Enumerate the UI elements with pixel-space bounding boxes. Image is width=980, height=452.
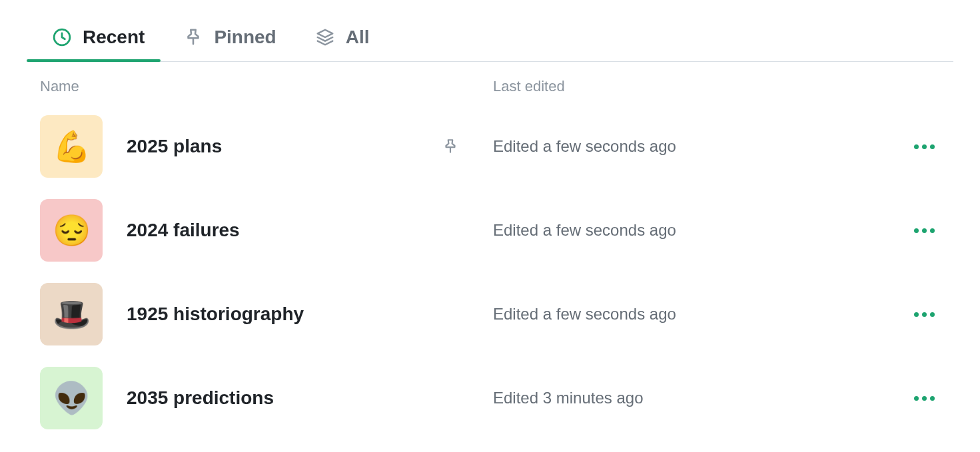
column-headers: Name Last edited <box>27 78 953 101</box>
item-edited: Edited a few seconds ago <box>493 305 909 324</box>
more-icon <box>914 396 919 401</box>
more-menu-button[interactable] <box>909 391 940 406</box>
column-last-edited: Last edited <box>493 78 953 95</box>
item-edited: Edited a few seconds ago <box>493 221 909 240</box>
list-item-name-wrap: 👽 2035 predictions <box>40 367 493 429</box>
item-title: 2035 predictions <box>127 387 274 409</box>
list-item[interactable]: 🎩 1925 historiography Edited a few secon… <box>27 272 953 356</box>
item-thumbnail: 😔 <box>40 199 103 262</box>
tab-label: All <box>346 27 370 48</box>
item-edited: Edited a few seconds ago <box>493 137 909 156</box>
stack-icon <box>315 27 335 47</box>
tab-pinned[interactable]: Pinned <box>181 20 278 61</box>
list-item-name-wrap: 😔 2024 failures <box>40 199 493 262</box>
pin-icon <box>442 138 459 155</box>
list-item[interactable]: 👽 2035 predictions Edited 3 minutes ago <box>27 356 953 440</box>
item-title: 2024 failures <box>127 220 240 241</box>
tabs-bar: Recent Pinned All <box>27 20 953 62</box>
tab-all[interactable]: All <box>312 20 372 61</box>
list-item[interactable]: 💪 2025 plans Edited a few seconds ago <box>27 105 953 188</box>
list-item-name-wrap: 💪 2025 plans <box>40 115 493 178</box>
item-title: 1925 historiography <box>127 304 304 325</box>
item-thumbnail: 👽 <box>40 367 103 429</box>
clock-icon <box>52 27 72 47</box>
more-icon <box>914 228 919 233</box>
more-icon <box>914 312 919 317</box>
item-title: 2025 plans <box>127 136 222 157</box>
tab-recent[interactable]: Recent <box>49 20 147 61</box>
pin-button[interactable] <box>441 138 460 155</box>
item-thumbnail: 🎩 <box>40 283 103 345</box>
tab-label: Pinned <box>214 27 276 48</box>
item-thumbnail: 💪 <box>40 115 103 178</box>
item-edited: Edited 3 minutes ago <box>493 389 909 407</box>
list-item-name-wrap: 🎩 1925 historiography <box>40 283 493 345</box>
column-name: Name <box>40 78 493 95</box>
list-item[interactable]: 😔 2024 failures Edited a few seconds ago <box>27 188 953 272</box>
pin-icon <box>183 27 203 47</box>
workspace-list: 💪 2025 plans Edited a few seconds ago 😔 … <box>27 105 953 440</box>
more-menu-button[interactable] <box>909 139 940 154</box>
tab-label: Recent <box>83 27 145 48</box>
more-icon <box>914 144 919 149</box>
more-menu-button[interactable] <box>909 307 940 322</box>
more-menu-button[interactable] <box>909 223 940 238</box>
